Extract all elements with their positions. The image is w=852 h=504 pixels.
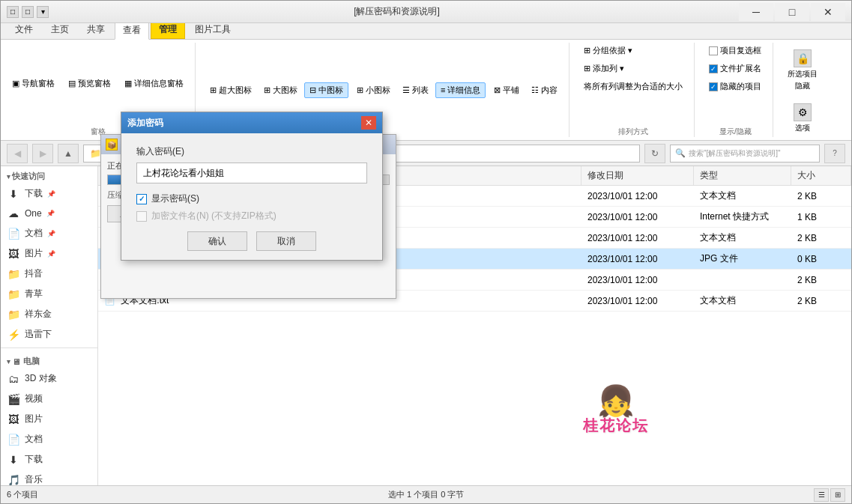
sidebar-item-qingcao[interactable]: 📁 青草 [1,284,97,304]
hide-btn[interactable]: 🔒 所选项目 隐藏 [782,46,823,95]
sidebar-divider [1,347,97,348]
sidebar-item-download[interactable]: ⬇ 下载 📌 [1,183,97,204]
small-icon: ⊞ [357,85,363,95]
maximize-button[interactable]: □ [775,3,809,21]
tab-view[interactable]: 查看 [115,21,149,40]
hidden-items-btn[interactable]: ✓ 隐藏的项目 [704,79,767,94]
cancel-button[interactable]: 取消 [256,231,316,251]
options-icon: ⚙ [794,103,812,121]
xiangdong-icon: 📁 [7,309,20,321]
sidebar-item-onedrive[interactable]: ☁ One 📌 [1,204,97,223]
extra-large-icons-btn[interactable]: ⊞ 超大图标 [205,82,257,98]
file-date-cell: 2023/10/01 12:00 [581,273,694,288]
large-icons-btn[interactable]: ⊞ 大图标 [259,82,303,98]
dialog-title: 添加密码 [127,117,361,130]
quick-access-icon1[interactable]: □ [7,6,19,18]
fit-columns-btn[interactable]: 将所有列调整为合适的大小 [578,79,688,94]
title-bar-icons: □ □ ▾ [7,6,49,18]
details-icon: ▦ [124,79,132,88]
sidebar-item-xiangdong[interactable]: 📁 祥东金 [1,304,97,324]
show-password-row: 显示密码(S) [136,192,367,205]
item-checkbox-btn[interactable]: 项目复选框 [704,43,767,58]
confirm-button[interactable]: 确认 [187,231,247,251]
sidebar-item-documents[interactable]: 📄 文档 📌 [1,223,97,243]
sidebar-item-pictures2[interactable]: 🖼 图片 [1,409,97,429]
close-button[interactable]: ✕ [811,3,845,21]
refresh-button[interactable]: ↻ [644,144,665,163]
file-type-cell: 文本文档 [694,292,791,309]
back-button[interactable]: ◀ [7,144,28,163]
sidebar-item-douyin[interactable]: 📁 抖音 [1,264,97,284]
group-by-icon: ⊞ [584,46,590,55]
large-view-btn[interactable]: ⊞ [830,488,845,502]
file-size-cell: 2 KB [791,294,851,309]
nav-pane-icon: ▣ [12,79,19,88]
sidebar-item-video[interactable]: 🎬 视频 [1,389,97,409]
download2-icon: ⬇ [7,454,20,466]
ribbon-group-options: 🔒 所选项目 隐藏 ⚙ 选项 [782,43,829,137]
docs2-icon: 📄 [7,434,20,446]
up-button[interactable]: ▲ [58,144,79,163]
sidebar-item-xunlei[interactable]: ⚡ 迅雷下 [1,324,97,344]
dialog-checkboxes: 显示密码(S) 加密文件名(N) (不支持ZIP格式) [136,192,367,222]
download-icon: ⬇ [7,188,20,200]
ribbon-group-show-hide: 项目复选框 ✓ 文件扩展名 ✓ 隐藏的项目 显示/隐藏 [704,43,773,137]
list-btn[interactable]: ☰ 列表 [397,82,434,98]
show-hide-items: 项目复选框 ✓ 文件扩展名 ✓ 隐藏的项目 [704,43,767,124]
quick-access-header[interactable]: ▾ 快速访问 [1,166,97,183]
quick-access-arrow: ▾ [7,173,10,180]
detail-view-btn[interactable]: ☰ [814,488,829,502]
ribbon-group-sort: ⊞ 分组依据 ▾ ⊞ 添加列 ▾ 将所有列调整为合适的大小 排列方式 [578,43,695,137]
tiles-btn[interactable]: ⊠ 平铺 [489,82,525,98]
show-password-checkbox[interactable] [136,194,147,204]
pc-header[interactable]: ▾ 🖥 电脑 [1,351,97,368]
preview-pane-btn[interactable]: ▤ 预览窗格 [63,43,116,124]
medium-icons-btn[interactable]: ⊟ 中图标 [304,82,348,98]
encrypt-filename-label: 加密文件名(N) (不支持ZIP格式) [151,210,277,222]
details-list-icon: ≡ [441,85,445,94]
title-bar: □ □ ▾ [解压密码和资源说明] ─ □ ✕ [1,1,851,23]
sidebar-item-music[interactable]: 🎵 音乐 [1,470,97,485]
navigation-pane-btn[interactable]: ▣ 导航窗格 [7,43,60,124]
file-date-cell: 2023/10/01 12:00 [581,294,694,309]
details-btn[interactable]: ≡ 详细信息 [435,82,486,98]
group-by-btn[interactable]: ⊞ 分组依据 ▾ [578,43,688,58]
password-input[interactable] [136,163,367,183]
3d-icon: 🗂 [7,373,20,385]
help-button[interactable]: ? [824,144,845,163]
music-icon: 🎵 [7,474,20,486]
dialog-close-button[interactable]: ✕ [361,116,376,130]
quick-access-icon3[interactable]: ▾ [37,6,49,18]
selected-info: 选中 1 个项目 0 字节 [388,489,464,500]
main-window: □ □ ▾ [解压密码和资源说明] ─ □ ✕ 文件 主页 共享 查看 管理 图… [0,0,852,504]
col-size-header[interactable]: 大小 [791,166,851,185]
search-bar[interactable]: 🔍 搜索"[解压密码和资源说明]" [670,145,820,163]
add-column-btn[interactable]: ⊞ 添加列 ▾ [578,61,688,76]
file-ext-checkbox-icon: ✓ [709,64,718,73]
file-size-cell: 2 KB [791,273,851,288]
forward-button[interactable]: ▶ [32,144,53,163]
search-placeholder: 搜索"[解压密码和资源说明]" [689,148,781,159]
watermark-text: 桂花论坛 [583,416,649,436]
options-btn[interactable]: ⚙ 选项 [782,100,823,137]
douyin-icon: 📁 [7,268,20,280]
content-icon: ☷ [531,85,539,95]
sidebar-item-download2[interactable]: ⬇ 下载 [1,449,97,470]
minimize-button[interactable]: ─ [739,3,773,21]
layout-row3: ⊠ 平铺 ☷ 内容 [489,43,563,137]
sidebar-item-documents2[interactable]: 📄 文档 [1,429,97,449]
file-extension-btn[interactable]: ✓ 文件扩展名 [704,61,767,76]
docs-icon: 📄 [7,228,20,240]
col-date-header[interactable]: 修改日期 [581,166,694,185]
sidebar: ▾ 快速访问 ⬇ 下载 📌 ☁ One 📌 📄 文档 📌 🖼 图片 � [1,166,98,485]
watermark-figure: 👧 [597,386,635,416]
file-type-cell: JPG 文件 [694,250,791,267]
quick-access-icon2[interactable]: □ [22,6,34,18]
encrypt-filename-checkbox[interactable] [136,211,147,222]
col-type-header[interactable]: 类型 [694,166,791,185]
preview-icon: ▤ [68,79,76,88]
sidebar-item-3d[interactable]: 🗂 3D 对象 [1,368,97,389]
content-btn[interactable]: ☷ 内容 [526,82,563,98]
small-icons-btn[interactable]: ⊞ 小图标 [351,82,396,98]
sidebar-item-pictures[interactable]: 🖼 图片 📌 [1,243,97,264]
